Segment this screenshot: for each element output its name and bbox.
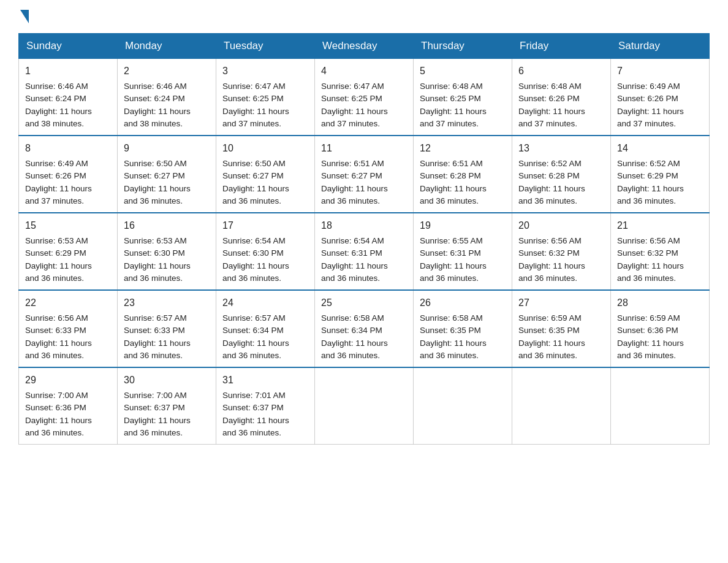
- daylight-label: Daylight: 11 hours: [222, 339, 289, 348]
- calendar-day-header: Monday: [118, 34, 216, 59]
- sunrise-label: Sunrise: 6:55 AM: [420, 236, 483, 245]
- day-number: 31: [222, 373, 308, 388]
- daylight-label: Daylight: 11 hours: [25, 107, 92, 116]
- sunset-label: Sunset: 6:27 PM: [124, 171, 185, 180]
- daylight-continuation: and 36 minutes.: [222, 274, 281, 283]
- sunset-label: Sunset: 6:36 PM: [25, 403, 86, 412]
- day-number: 27: [518, 296, 604, 310]
- sunrise-label: Sunrise: 7:00 AM: [124, 391, 187, 400]
- calendar-cell: 21 Sunrise: 6:56 AM Sunset: 6:32 PM Dayl…: [611, 213, 710, 290]
- sunrise-label: Sunrise: 6:52 AM: [518, 159, 582, 168]
- sunset-label: Sunset: 6:26 PM: [25, 171, 86, 180]
- calendar-cell: 14 Sunrise: 6:52 AM Sunset: 6:29 PM Dayl…: [611, 136, 710, 213]
- daylight-label: Daylight: 11 hours: [617, 107, 684, 116]
- calendar-cell: 20 Sunrise: 6:56 AM Sunset: 6:32 PM Dayl…: [512, 213, 611, 290]
- daylight-label: Daylight: 11 hours: [518, 261, 585, 270]
- daylight-continuation: and 36 minutes.: [124, 196, 183, 205]
- calendar-cell: 10 Sunrise: 6:50 AM Sunset: 6:27 PM Dayl…: [216, 136, 315, 213]
- calendar-cell: 27 Sunrise: 6:59 AM Sunset: 6:35 PM Dayl…: [512, 290, 611, 367]
- calendar-cell: 24 Sunrise: 6:57 AM Sunset: 6:34 PM Dayl…: [216, 290, 315, 367]
- sunset-label: Sunset: 6:31 PM: [420, 248, 481, 258]
- calendar-cell: [315, 367, 414, 445]
- sunset-label: Sunset: 6:27 PM: [222, 171, 284, 180]
- daylight-continuation: and 36 minutes.: [25, 428, 84, 437]
- day-number: 2: [124, 64, 210, 79]
- sunset-label: Sunset: 6:28 PM: [420, 171, 481, 180]
- sunrise-label: Sunrise: 6:50 AM: [124, 159, 187, 168]
- sunset-label: Sunset: 6:27 PM: [321, 171, 382, 180]
- daylight-continuation: and 36 minutes.: [124, 428, 183, 437]
- daylight-continuation: and 37 minutes.: [25, 196, 84, 205]
- calendar-cell: 18 Sunrise: 6:54 AM Sunset: 6:31 PM Dayl…: [315, 213, 414, 290]
- sunrise-label: Sunrise: 6:57 AM: [124, 313, 187, 323]
- day-number: 10: [222, 141, 308, 156]
- daylight-label: Daylight: 11 hours: [420, 339, 487, 348]
- calendar-cell: 15 Sunrise: 6:53 AM Sunset: 6:29 PM Dayl…: [19, 213, 118, 290]
- day-number: 6: [518, 64, 604, 79]
- calendar-day-header: Tuesday: [216, 34, 315, 59]
- daylight-continuation: and 36 minutes.: [25, 274, 84, 283]
- sunset-label: Sunset: 6:34 PM: [321, 326, 382, 335]
- day-number: 5: [420, 64, 506, 79]
- daylight-label: Daylight: 11 hours: [617, 184, 684, 193]
- calendar-cell: 28 Sunrise: 6:59 AM Sunset: 6:36 PM Dayl…: [611, 290, 710, 367]
- sunset-label: Sunset: 6:29 PM: [25, 248, 86, 258]
- day-number: 20: [518, 218, 604, 233]
- daylight-continuation: and 36 minutes.: [321, 196, 380, 205]
- day-number: 15: [25, 218, 111, 233]
- sunset-label: Sunset: 6:25 PM: [321, 94, 382, 103]
- day-number: 26: [420, 296, 506, 310]
- calendar-cell: 2 Sunrise: 6:46 AM Sunset: 6:24 PM Dayli…: [118, 59, 216, 136]
- daylight-label: Daylight: 11 hours: [617, 339, 684, 348]
- sunrise-label: Sunrise: 6:48 AM: [420, 82, 483, 91]
- sunrise-label: Sunrise: 6:51 AM: [321, 159, 384, 168]
- daylight-continuation: and 36 minutes.: [321, 351, 380, 360]
- day-number: 18: [321, 218, 407, 233]
- calendar-cell: 12 Sunrise: 6:51 AM Sunset: 6:28 PM Dayl…: [414, 136, 512, 213]
- sunrise-label: Sunrise: 6:59 AM: [617, 313, 680, 323]
- daylight-label: Daylight: 11 hours: [25, 339, 92, 348]
- daylight-continuation: and 36 minutes.: [518, 274, 577, 283]
- sunset-label: Sunset: 6:32 PM: [518, 248, 580, 258]
- sunset-label: Sunset: 6:34 PM: [222, 326, 284, 335]
- daylight-label: Daylight: 11 hours: [222, 416, 289, 425]
- sunset-label: Sunset: 6:24 PM: [25, 94, 86, 103]
- sunset-label: Sunset: 6:36 PM: [617, 326, 678, 335]
- daylight-label: Daylight: 11 hours: [420, 107, 487, 116]
- daylight-label: Daylight: 11 hours: [124, 107, 191, 116]
- daylight-label: Daylight: 11 hours: [321, 261, 388, 270]
- day-number: 30: [124, 373, 210, 388]
- calendar-week-row: 29 Sunrise: 7:00 AM Sunset: 6:36 PM Dayl…: [19, 367, 710, 445]
- calendar-cell: 26 Sunrise: 6:58 AM Sunset: 6:35 PM Dayl…: [414, 290, 512, 367]
- daylight-continuation: and 36 minutes.: [124, 351, 183, 360]
- sunset-label: Sunset: 6:24 PM: [124, 94, 185, 103]
- daylight-label: Daylight: 11 hours: [124, 261, 191, 270]
- calendar-cell: 16 Sunrise: 6:53 AM Sunset: 6:30 PM Dayl…: [118, 213, 216, 290]
- day-number: 21: [617, 218, 703, 233]
- daylight-continuation: and 36 minutes.: [222, 351, 281, 360]
- calendar-cell: 5 Sunrise: 6:48 AM Sunset: 6:25 PM Dayli…: [414, 59, 512, 136]
- sunrise-label: Sunrise: 6:47 AM: [321, 82, 384, 91]
- daylight-label: Daylight: 11 hours: [321, 107, 388, 116]
- day-number: 17: [222, 218, 308, 233]
- calendar-cell: 19 Sunrise: 6:55 AM Sunset: 6:31 PM Dayl…: [414, 213, 512, 290]
- sunset-label: Sunset: 6:31 PM: [321, 248, 382, 258]
- daylight-continuation: and 36 minutes.: [420, 351, 479, 360]
- calendar-cell: 31 Sunrise: 7:01 AM Sunset: 6:37 PM Dayl…: [216, 367, 315, 445]
- calendar-cell: 7 Sunrise: 6:49 AM Sunset: 6:26 PM Dayli…: [611, 59, 710, 136]
- calendar-header-row: SundayMondayTuesdayWednesdayThursdayFrid…: [19, 34, 710, 59]
- sunrise-label: Sunrise: 6:47 AM: [222, 82, 286, 91]
- calendar-cell: [512, 367, 611, 445]
- daylight-continuation: and 36 minutes.: [321, 274, 380, 283]
- sunrise-label: Sunrise: 6:56 AM: [518, 236, 582, 245]
- daylight-label: Daylight: 11 hours: [25, 184, 92, 193]
- sunrise-label: Sunrise: 6:53 AM: [124, 236, 187, 245]
- daylight-continuation: and 37 minutes.: [222, 119, 281, 128]
- calendar-cell: 1 Sunrise: 6:46 AM Sunset: 6:24 PM Dayli…: [19, 59, 118, 136]
- daylight-continuation: and 36 minutes.: [518, 351, 577, 360]
- daylight-continuation: and 37 minutes.: [420, 119, 479, 128]
- calendar-table: SundayMondayTuesdayWednesdayThursdayFrid…: [18, 33, 710, 445]
- day-number: 25: [321, 296, 407, 310]
- logo-triangle-icon: [20, 10, 29, 23]
- day-number: 7: [617, 64, 703, 79]
